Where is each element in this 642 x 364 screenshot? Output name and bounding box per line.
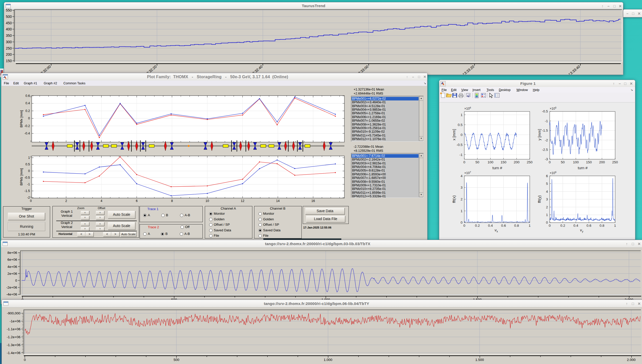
svg-text:-1.2e+06: -1.2e+06: [7, 335, 20, 339]
svg-text:BPMx [mm]: BPMx [mm]: [19, 110, 23, 127]
svg-text:1.000: 1.000: [324, 358, 332, 362]
svg-text:-900,000: -900,000: [7, 311, 20, 315]
svg-text:-1.5: -1.5: [24, 189, 30, 193]
svg-text:-0.5: -0.5: [24, 176, 30, 179]
svg-text:-1: -1: [27, 183, 30, 186]
svg-text:1.500: 1.500: [475, 358, 484, 362]
svg-text:-2e+06: -2e+06: [6, 286, 17, 289]
svg-text:8e+06: 8e+06: [7, 251, 17, 255]
svg-text:2e+06: 2e+06: [7, 272, 17, 276]
svg-text:0.4: 0.4: [26, 101, 30, 105]
svg-text:-1.1e+06: -1.1e+06: [7, 327, 20, 331]
svg-text:0: 0: [28, 169, 30, 173]
svg-text:0: 0: [30, 199, 32, 203]
svg-text:-1e+06: -1e+06: [10, 319, 20, 323]
svg-text:13:33:40: 13:33:40: [568, 64, 581, 74]
svg-text:-2: -2: [27, 196, 30, 199]
svg-text:8: 8: [171, 199, 173, 203]
svg-text:4e+06: 4e+06: [7, 265, 17, 269]
svg-text:-1.4e+06: -1.4e+06: [7, 351, 20, 355]
svg-text:6: 6: [136, 199, 138, 203]
svg-text:500: 500: [174, 358, 179, 362]
svg-text:0.2: 0.2: [26, 109, 30, 113]
svg-text:4: 4: [100, 199, 102, 203]
svg-text:13:33:20: 13:33:20: [462, 64, 475, 74]
svg-text:2: 2: [65, 199, 67, 203]
svg-text:0.6: 0.6: [26, 94, 30, 98]
svg-text:2.000: 2.000: [627, 358, 636, 362]
svg-text:0: 0: [28, 117, 30, 120]
svg-text:1: 1: [28, 156, 30, 160]
svg-text:0: 0: [15, 279, 17, 282]
svg-text:-0.4: -0.4: [24, 132, 30, 135]
svg-text:0.5: 0.5: [26, 163, 30, 166]
svg-text:BPMz [mm]: BPMz [mm]: [19, 168, 23, 185]
svg-text:10: 10: [206, 199, 209, 203]
svg-text:0: 0: [24, 358, 26, 362]
svg-text:-1.3e+06: -1.3e+06: [7, 343, 20, 347]
svg-text:14: 14: [276, 199, 280, 203]
svg-text:12: 12: [241, 199, 244, 203]
svg-text:-0.2: -0.2: [24, 124, 30, 128]
svg-text:-4e+06: -4e+06: [6, 292, 17, 296]
svg-text:16: 16: [311, 199, 315, 203]
svg-text:6e+06: 6e+06: [7, 258, 17, 261]
